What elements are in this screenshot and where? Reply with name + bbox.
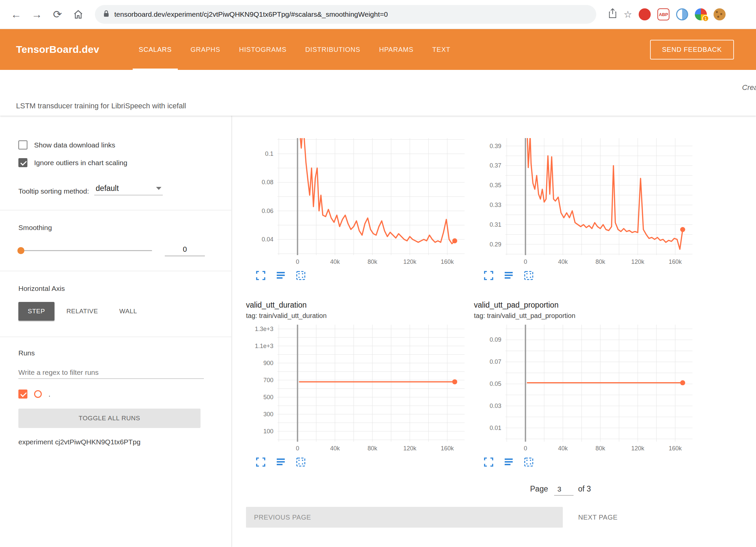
extension-icon[interactable] [676,8,688,20]
chart-title: valid_utt_pad_proportion [474,301,695,311]
tab-text[interactable]: TEXT [423,29,460,70]
tooltip-sorting-dropdown[interactable]: default [94,183,163,195]
tooltip-sorting-label: Tooltip sorting method: [18,187,89,195]
svg-text:160k: 160k [669,258,682,265]
next-page-button[interactable]: NEXT PAGE [578,514,618,521]
axis-relative-button[interactable]: RELATIVE [57,302,107,321]
fit-domain-icon[interactable] [295,270,307,282]
experiment-subheader: Crea LSTM transducer training for LibriS… [0,70,756,116]
svg-text:0: 0 [296,445,299,452]
experiment-id-caption: experiment cj2vtPiwQHKN9Q1tx6PTpg [18,438,218,446]
svg-text:160k: 160k [669,445,682,452]
svg-text:80k: 80k [368,445,378,452]
svg-text:0: 0 [524,445,527,452]
runs-regex-input[interactable] [18,366,204,379]
address-bar[interactable]: tensorboard.dev/experiment/cj2vtPiwQHKN9… [95,5,596,24]
svg-text:160k: 160k [441,258,454,265]
svg-text:100: 100 [263,428,273,435]
expand-chart-icon[interactable] [483,456,495,468]
previous-page-button[interactable]: PREVIOUS PAGE [246,507,563,528]
runs-heading: Runs [18,349,218,357]
svg-text:0: 0 [524,258,527,265]
chevron-down-icon [156,187,161,190]
svg-text:120k: 120k [631,445,645,452]
run-color-swatch[interactable] [34,390,42,398]
send-feedback-button[interactable]: SEND FEEDBACK [650,40,734,60]
expand-chart-icon[interactable] [255,456,267,468]
tab-hparams[interactable]: HPARAMS [370,29,423,70]
svg-text:160k: 160k [441,445,454,452]
svg-text:80k: 80k [596,258,606,265]
svg-text:0.1: 0.1 [265,150,273,157]
svg-text:120k: 120k [403,445,417,452]
smoothing-value-field[interactable]: 0 [165,245,205,256]
share-icon[interactable] [608,8,617,21]
smoothing-slider[interactable] [18,250,152,251]
page-number-input[interactable] [554,484,574,496]
nav-tabs: SCALARS GRAPHS HISTOGRAMS DISTRIBUTIONS … [129,29,460,70]
svg-text:500: 500 [263,394,273,401]
expand-chart-icon[interactable] [255,270,267,282]
ignore-outliers-label: Ignore outliers in chart scaling [34,159,127,167]
toggle-all-runs-button[interactable]: TOGGLE ALL RUNS [18,409,201,428]
chart-card: 0.290.310.330.350.370.39040k80k120k160k [474,116,695,282]
tab-scalars[interactable]: SCALARS [129,29,181,70]
svg-text:40k: 40k [558,445,568,452]
home-icon[interactable] [70,6,87,23]
scalar-chart[interactable]: 0.010.030.050.070.09040k80k120k160k [474,325,695,454]
tab-graphs[interactable]: GRAPHS [181,29,230,70]
svg-text:0.35: 0.35 [490,182,501,189]
svg-text:0.05: 0.05 [490,380,501,387]
pagination: Page of 3 [530,484,756,496]
scalar-chart[interactable]: 0.040.060.080.1040k80k120k160k [246,138,467,268]
tab-histograms[interactable]: HISTOGRAMS [230,29,296,70]
svg-text:0.29: 0.29 [490,241,501,248]
svg-text:0.04: 0.04 [262,236,273,243]
abp-extension-icon[interactable]: ABP [657,8,669,20]
svg-text:0: 0 [296,258,299,265]
fit-domain-icon[interactable] [523,456,535,468]
toggle-y-axis-icon[interactable] [275,456,287,468]
back-icon[interactable]: ← [7,6,25,23]
app-logo[interactable]: TensorBoard.dev [16,44,99,55]
bookmark-star-icon[interactable]: ☆ [624,9,632,20]
chart-subtitle: tag: train/valid_utt_duration [246,312,467,321]
expand-chart-icon[interactable] [483,270,495,282]
chart-subtitle: tag: train/valid_utt_pad_proportion [474,312,695,321]
svg-text:40k: 40k [330,445,340,452]
svg-text:80k: 80k [368,258,378,265]
axis-wall-button[interactable]: WALL [110,302,146,321]
forward-icon[interactable]: → [28,6,45,23]
smoothing-slider-thumb[interactable] [17,247,24,254]
svg-text:80k: 80k [596,445,606,452]
profile-avatar[interactable]: 1 [695,8,707,20]
toggle-y-axis-icon[interactable] [503,270,515,282]
svg-text:0.31: 0.31 [490,221,501,228]
svg-text:0.08: 0.08 [262,179,273,186]
show-download-links-checkbox[interactable] [18,140,27,149]
fit-domain-icon[interactable] [295,456,307,468]
scalar-chart[interactable]: 1003005007009001.1e+31.3e+3040k80k120k16… [246,325,467,454]
toggle-y-axis-icon[interactable] [503,456,515,468]
svg-text:900: 900 [263,360,273,366]
page-label: Page [530,484,548,494]
ignore-outliers-checkbox[interactable] [18,158,27,167]
app-header: TensorBoard.dev SCALARS GRAPHS HISTOGRAM… [0,29,756,70]
horizontal-axis-heading: Horizontal Axis [18,285,218,293]
browser-toolbar: ← → ⟳ tensorboard.dev/experiment/cj2vtPi… [0,0,756,29]
cookie-extension-icon[interactable] [714,8,726,20]
adblock-extension-icon[interactable] [639,8,651,20]
lock-icon [103,10,110,19]
run-checkbox[interactable] [18,390,27,399]
reload-icon[interactable]: ⟳ [49,6,66,23]
scalar-chart[interactable]: 0.290.310.330.350.370.39040k80k120k160k [474,138,695,268]
toggle-y-axis-icon[interactable] [275,270,287,282]
tab-distributions[interactable]: DISTRIBUTIONS [296,29,370,70]
run-name-label: . [48,390,50,398]
svg-text:0.37: 0.37 [490,162,501,169]
svg-text:0.33: 0.33 [490,202,501,208]
notification-badge: 1 [702,15,709,22]
fit-domain-icon[interactable] [523,270,535,282]
axis-step-button[interactable]: STEP [18,302,54,321]
svg-text:0.07: 0.07 [490,358,501,365]
